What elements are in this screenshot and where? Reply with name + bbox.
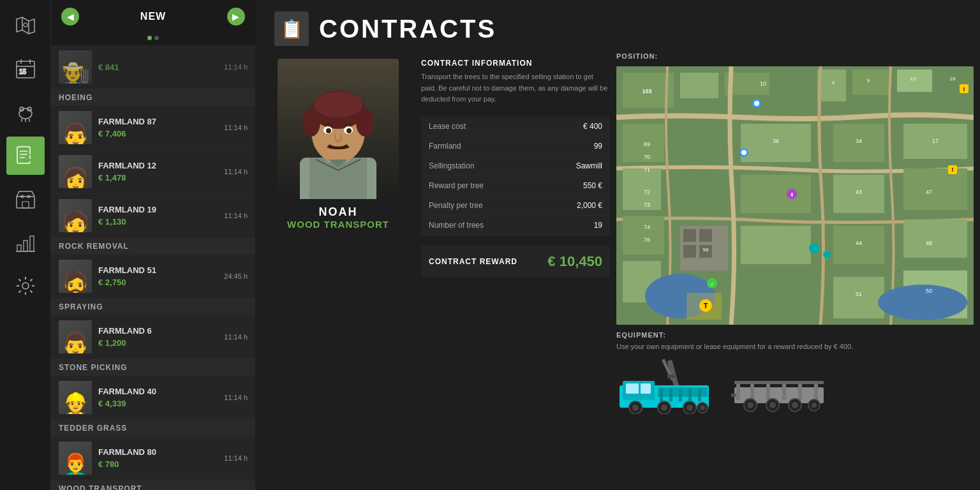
svg-text:50: 50 bbox=[926, 288, 932, 294]
svg-rect-23 bbox=[30, 236, 34, 251]
detail-key-reward-tree: Reward per tree bbox=[421, 175, 540, 195]
svg-rect-64 bbox=[699, 229, 712, 242]
svg-rect-21 bbox=[17, 245, 21, 251]
avatar: 👨 bbox=[59, 111, 92, 144]
main-content: 📋 CONTRACTS bbox=[255, 0, 980, 490]
sidebar-item-settings[interactable] bbox=[6, 267, 45, 305]
contract-info: FARMLAND 40 € 4,339 bbox=[98, 387, 216, 408]
category-rock-removal: ROCK REMOVAL bbox=[51, 238, 255, 255]
contract-price: € 4,339 bbox=[98, 399, 216, 408]
sidebar-item-animals[interactable] bbox=[6, 93, 45, 131]
svg-rect-20 bbox=[22, 202, 29, 208]
category-stone-picking: STONE PICKING bbox=[51, 359, 255, 376]
svg-point-95 bbox=[754, 101, 759, 106]
svg-rect-63 bbox=[683, 229, 696, 242]
position-label: POSITION: bbox=[616, 52, 974, 60]
sidebar-item-stats[interactable] bbox=[6, 223, 45, 262]
detail-key-farmland: Farmland bbox=[421, 136, 540, 156]
sidebar-item-map[interactable] bbox=[6, 6, 45, 45]
detail-row-selling: Sellingstation Sawmill bbox=[421, 156, 610, 175]
sidebar-item-contracts[interactable] bbox=[6, 137, 45, 175]
svg-rect-42 bbox=[776, 70, 811, 98]
svg-text:!: ! bbox=[952, 167, 954, 173]
svg-text:51: 51 bbox=[856, 291, 862, 297]
right-panel: POSITION: bbox=[616, 52, 974, 484]
svg-text:43: 43 bbox=[856, 189, 862, 195]
svg-rect-17 bbox=[17, 197, 34, 208]
svg-text:9: 9 bbox=[867, 78, 870, 84]
svg-point-0 bbox=[24, 23, 27, 27]
contract-item[interactable]: 👨 FARMLAND 87 € 7,406 11:14 h bbox=[51, 106, 255, 150]
category-spraying: SPRAYING bbox=[51, 299, 255, 315]
character-section: NOAH WOOD TRANSPORT bbox=[268, 59, 408, 230]
contract-item[interactable]: 🧑 FARMLAND 19 € 1,130 11:14 h bbox=[51, 194, 255, 238]
contract-item[interactable]: 🧔 FARMLAND 51 € 2,750 24:45 h bbox=[51, 255, 255, 299]
contract-price: € 780 bbox=[98, 459, 216, 469]
svg-point-140 bbox=[747, 402, 754, 408]
contract-item[interactable]: 👩 FARMLAND 12 € 1,478 11:14 h bbox=[51, 150, 255, 194]
svg-text:71: 71 bbox=[644, 167, 650, 173]
contract-item[interactable]: 👨‍🦰 FARMLAND 80 € 780 11:14 h bbox=[51, 436, 255, 480]
avatar: 👨‍🌾 bbox=[59, 50, 92, 84]
svg-rect-112 bbox=[667, 375, 675, 378]
svg-text:36: 36 bbox=[773, 138, 779, 144]
svg-text:73: 73 bbox=[644, 202, 650, 208]
svg-rect-147 bbox=[731, 394, 736, 397]
contract-name: FARMLAND 51 bbox=[98, 265, 216, 275]
contract-info: FARMLAND 87 € 7,406 bbox=[98, 117, 216, 138]
detail-row-trees: Number of trees 19 bbox=[421, 215, 610, 235]
svg-point-6 bbox=[19, 108, 32, 119]
map-svg: 103 10 4 9 15 18 69 70 71 72 73 74 76 36… bbox=[616, 66, 974, 325]
category-tedder-grass: TEDDER GRASS bbox=[51, 420, 255, 436]
svg-point-36 bbox=[326, 128, 331, 133]
sidebar-item-calendar[interactable]: 15 bbox=[6, 50, 45, 88]
prev-arrow[interactable]: ◀ bbox=[61, 8, 79, 26]
contract-info-title: CONTRACT INFORMATION bbox=[421, 59, 610, 68]
svg-text:72: 72 bbox=[644, 189, 650, 195]
svg-rect-138 bbox=[734, 381, 824, 384]
equipment-description: Use your own equipment or lease equipmen… bbox=[616, 343, 974, 350]
contract-item[interactable]: 👨 FARMLAND 6 € 1,200 11:14 h bbox=[51, 315, 255, 359]
svg-point-118 bbox=[632, 405, 639, 411]
svg-text:18: 18 bbox=[950, 76, 956, 82]
list-header: ◀ NEW ▶ bbox=[51, 0, 255, 33]
contract-info: FARMLAND 19 € 1,130 bbox=[98, 205, 216, 226]
contract-name: FARMLAND 19 bbox=[98, 205, 216, 214]
contract-item-partial[interactable]: 👨‍🌾 € 841 11:14 h bbox=[51, 45, 255, 89]
svg-text:103: 103 bbox=[642, 88, 651, 94]
svg-rect-127 bbox=[669, 389, 672, 401]
detail-key-selling: Sellingstation bbox=[421, 156, 540, 175]
svg-point-120 bbox=[661, 405, 667, 411]
contract-price: € 7,406 bbox=[98, 129, 216, 138]
sidebar-item-shop[interactable] bbox=[6, 180, 45, 218]
contract-time: 11:14 h bbox=[216, 212, 248, 219]
detail-row-penalty: Penalty per tree 2,000 € bbox=[421, 195, 610, 215]
contract-info: FARMLAND 12 € 1,478 bbox=[98, 161, 216, 182]
svg-text:70: 70 bbox=[644, 154, 650, 160]
detail-key-penalty: Penalty per tree bbox=[421, 195, 540, 215]
character-portrait bbox=[278, 59, 399, 199]
contract-item[interactable]: 👷 FARMLAND 40 € 4,339 11:14 h bbox=[51, 376, 255, 420]
svg-rect-128 bbox=[679, 389, 682, 401]
list-header-title: NEW bbox=[140, 11, 166, 22]
detail-row-lease: Lease cost € 400 bbox=[421, 117, 610, 137]
contract-name: FARMLAND 6 bbox=[98, 326, 216, 336]
contract-details-panel: CONTRACT INFORMATION Transport the trees… bbox=[421, 59, 616, 278]
next-arrow[interactable]: ▶ bbox=[227, 8, 245, 26]
svg-point-97 bbox=[741, 150, 746, 155]
contract-price: € 1,200 bbox=[98, 338, 216, 348]
svg-text:48: 48 bbox=[926, 240, 932, 246]
map-container[interactable]: 103 10 4 9 15 18 69 70 71 72 73 74 76 36… bbox=[616, 66, 974, 325]
contract-info: FARMLAND 6 € 1,200 bbox=[98, 326, 216, 348]
dot-1 bbox=[147, 36, 152, 40]
svg-text:15: 15 bbox=[19, 68, 27, 75]
svg-text:✓: ✓ bbox=[710, 281, 715, 287]
equipment-vehicles bbox=[616, 354, 974, 417]
svg-text:17: 17 bbox=[932, 138, 939, 144]
svg-point-142 bbox=[769, 402, 776, 408]
svg-text:10: 10 bbox=[760, 80, 766, 87]
detail-val-reward-tree: 550 € bbox=[540, 175, 610, 195]
contract-info: € 841 bbox=[98, 63, 216, 72]
detail-row-reward-tree: Reward per tree 550 € bbox=[421, 175, 610, 195]
character-type: WOOD TRANSPORT bbox=[287, 219, 389, 230]
